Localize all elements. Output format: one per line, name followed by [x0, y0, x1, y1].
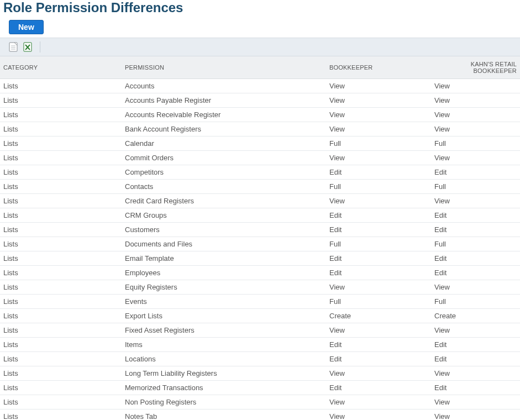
table-row[interactable]: Lists Equity Registers View View	[0, 280, 520, 295]
cell-category: Lists	[0, 280, 122, 295]
col-header-role2[interactable]: KAHN'S RETAIL BOOKKEEPER	[431, 56, 520, 79]
cell-role1: Edit	[326, 352, 431, 366]
permissions-table: CATEGORY PERMISSION BOOKKEEPER KAHN'S RE…	[0, 56, 520, 420]
table-row[interactable]: Lists Competitors Edit Edit	[0, 165, 520, 180]
cell-category: Lists	[0, 266, 122, 280]
cell-role2: Edit	[431, 208, 520, 223]
cell-category: Lists	[0, 122, 122, 136]
cell-category: Lists	[0, 194, 122, 208]
table-row[interactable]: Lists Accounts Receivable Register View …	[0, 108, 520, 122]
cell-role1: View	[326, 410, 431, 421]
table-row[interactable]: Lists Events Full Full	[0, 295, 520, 309]
cell-permission: Accounts	[122, 79, 326, 93]
table-row[interactable]: Lists Locations Edit Edit	[0, 352, 520, 366]
cell-category: Lists	[0, 309, 122, 323]
table-row[interactable]: Lists Memorized Transactions Edit Edit	[0, 381, 520, 395]
table-row[interactable]: Lists Non Posting Registers View View	[0, 395, 520, 410]
table-row[interactable]: Lists Customers Edit Edit	[0, 223, 520, 237]
cell-category: Lists	[0, 180, 122, 194]
cell-role1: Create	[326, 309, 431, 323]
cell-category: Lists	[0, 352, 122, 366]
table-row[interactable]: Lists Commit Orders View View	[0, 151, 520, 165]
table-header-row: CATEGORY PERMISSION BOOKKEEPER KAHN'S RE…	[0, 56, 520, 79]
table-row[interactable]: Lists Accounts View View	[0, 79, 520, 93]
cell-permission: Competitors	[122, 165, 326, 180]
cell-role2: Full	[431, 237, 520, 251]
cell-permission: Credit Card Registers	[122, 194, 326, 208]
cell-role1: Edit	[326, 381, 431, 395]
cell-role1: Edit	[326, 165, 431, 180]
cell-permission: CRM Groups	[122, 208, 326, 223]
cell-role1: Full	[326, 180, 431, 194]
cell-role2: Create	[431, 309, 520, 323]
cell-role1: Full	[326, 237, 431, 251]
cell-category: Lists	[0, 410, 122, 421]
cell-role2: View	[431, 108, 520, 122]
table-row[interactable]: Lists Long Term Liability Registers View…	[0, 366, 520, 381]
cell-role2: Edit	[431, 381, 520, 395]
cell-role2: Edit	[431, 338, 520, 352]
table-row[interactable]: Lists Export Lists Create Create	[0, 309, 520, 323]
export-excel-icon[interactable]	[23, 42, 32, 52]
cell-permission: Employees	[122, 266, 326, 280]
table-row[interactable]: Lists Calendar Full Full	[0, 136, 520, 151]
cell-role1: Edit	[326, 338, 431, 352]
cell-permission: Bank Account Registers	[122, 122, 326, 136]
cell-role1: Edit	[326, 251, 431, 266]
cell-category: Lists	[0, 165, 122, 180]
cell-category: Lists	[0, 93, 122, 108]
cell-permission: Documents and Files	[122, 237, 326, 251]
page-title: Role Permission Differences	[0, 0, 520, 20]
table-row[interactable]: Lists Accounts Payable Register View Vie…	[0, 93, 520, 108]
cell-role1: View	[326, 194, 431, 208]
cell-role1: View	[326, 280, 431, 295]
cell-category: Lists	[0, 395, 122, 410]
cell-role2: Full	[431, 180, 520, 194]
cell-role1: Edit	[326, 223, 431, 237]
cell-role2: View	[431, 366, 520, 381]
table-row[interactable]: Lists Bank Account Registers View View	[0, 122, 520, 136]
cell-role2: Edit	[431, 223, 520, 237]
cell-permission: Customers	[122, 223, 326, 237]
table-row[interactable]: Lists CRM Groups Edit Edit	[0, 208, 520, 223]
table-row[interactable]: Lists Fixed Asset Registers View View	[0, 323, 520, 338]
export-toolbar	[0, 38, 520, 56]
table-row[interactable]: Lists Employees Edit Edit	[0, 266, 520, 280]
cell-category: Lists	[0, 237, 122, 251]
cell-role2: Edit	[431, 165, 520, 180]
table-row[interactable]: Lists Documents and Files Full Full	[0, 237, 520, 251]
cell-permission: Export Lists	[122, 309, 326, 323]
cell-category: Lists	[0, 151, 122, 165]
cell-category: Lists	[0, 223, 122, 237]
cell-role2: View	[431, 395, 520, 410]
new-button[interactable]: New	[9, 20, 44, 34]
col-header-role1[interactable]: BOOKKEEPER	[326, 56, 431, 79]
cell-role2: Edit	[431, 352, 520, 366]
table-row[interactable]: Lists Items Edit Edit	[0, 338, 520, 352]
cell-permission: Contacts	[122, 180, 326, 194]
cell-category: Lists	[0, 366, 122, 381]
table-row[interactable]: Lists Credit Card Registers View View	[0, 194, 520, 208]
table-row[interactable]: Lists Contacts Full Full	[0, 180, 520, 194]
cell-category: Lists	[0, 338, 122, 352]
cell-role2: Full	[431, 295, 520, 309]
table-row[interactable]: Lists Email Template Edit Edit	[0, 251, 520, 266]
cell-role2: View	[431, 79, 520, 93]
cell-role1: View	[326, 79, 431, 93]
cell-role1: View	[326, 366, 431, 381]
cell-role2: View	[431, 194, 520, 208]
cell-role1: Edit	[326, 266, 431, 280]
cell-permission: Events	[122, 295, 326, 309]
table-row[interactable]: Lists Notes Tab View View	[0, 410, 520, 421]
cell-role2: View	[431, 280, 520, 295]
cell-category: Lists	[0, 208, 122, 223]
cell-role2: View	[431, 151, 520, 165]
action-bar: New	[0, 20, 520, 38]
toolbar-separator	[40, 41, 40, 53]
cell-role2: View	[431, 93, 520, 108]
cell-permission: Fixed Asset Registers	[122, 323, 326, 338]
col-header-category[interactable]: CATEGORY	[0, 56, 122, 79]
col-header-permission[interactable]: PERMISSION	[122, 56, 326, 79]
export-csv-icon[interactable]	[9, 42, 18, 52]
cell-category: Lists	[0, 79, 122, 93]
